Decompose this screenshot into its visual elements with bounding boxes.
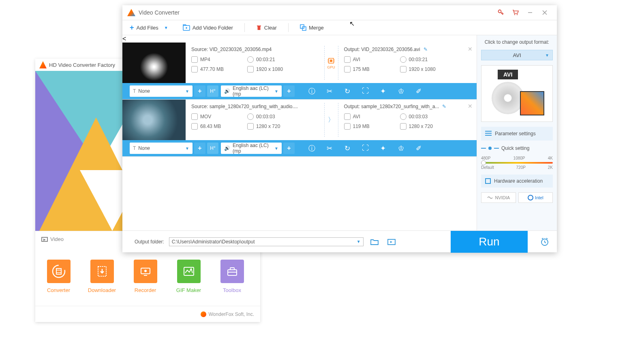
tick: 720P [516,165,526,170]
add-subtitle-button[interactable]: + [194,85,205,97]
tick: 4K [548,156,553,160]
slider-track[interactable] [481,162,553,164]
slider-thumb[interactable] [481,160,486,165]
parameter-settings-button[interactable]: Parameter settings [481,127,553,141]
sliders-icon [485,131,492,136]
hardsub-button[interactable]: H° [207,85,218,97]
add-files-label: Add Files [137,25,158,31]
rotate-button[interactable]: ↻ [338,83,356,99]
edit-button[interactable]: ✐ [410,140,428,156]
format-icon [344,113,351,120]
quick-label-text: Quick setting [501,145,529,151]
edit-button[interactable]: ✐ [410,83,428,99]
nvidia-chip[interactable]: NVIDIA [481,192,516,203]
output-format-label: Click to change output format: [481,39,553,45]
format-preview-button[interactable]: AVI [481,65,553,122]
source-filename: Source: VID_20230326_203056.mp4 [191,47,319,52]
schedule-button[interactable] [533,231,557,253]
run-button[interactable]: Run [451,231,528,253]
edit-output-button[interactable]: ✎ [424,47,428,52]
video-thumbnail[interactable] [122,100,186,140]
minimize-button[interactable] [523,7,537,18]
launcher-tab-video[interactable]: Video [50,236,64,242]
key-button[interactable] [494,7,508,18]
conversion-arrow: 〉 [324,100,338,140]
watermark-button[interactable]: ♔ [392,83,410,99]
tick: 2K [548,165,553,170]
output-folder-input[interactable]: C:\Users\Administrator\Desktop\output ▼ [169,237,364,246]
tile-gif-maker[interactable]: GIF Maker [169,253,208,300]
tile-downloader[interactable]: Downloader [83,253,121,300]
tile-converter[interactable]: Converter [39,253,78,300]
clock-icon [400,113,407,120]
tick: 1080P [513,156,525,160]
info-button[interactable]: ⓘ [303,140,321,156]
quality-slider[interactable]: 480P 1080P 4K Default 720P 2K [481,156,553,170]
avi-badge: AVI [498,70,518,79]
svg-point-13 [499,10,501,13]
output-info: Output: VID_20230326_203056.avi✎ AVI 00:… [338,43,477,83]
open-output-button[interactable] [385,237,398,247]
cart-button[interactable] [508,7,523,18]
launcher-footer: WonderFox Soft, Inc. [35,306,260,322]
crop-button[interactable]: ⛶ [356,83,374,99]
chevron-down-icon: ▼ [274,146,278,151]
watermark-button[interactable]: ♔ [392,140,410,156]
converter-icon [47,260,71,283]
video-thumbnail[interactable] [122,43,186,83]
chevron-down-icon: ▼ [357,239,361,244]
clear-button[interactable]: Clear [253,23,280,32]
merge-button[interactable]: Merge [297,23,327,32]
format-dropdown[interactable]: AVI ▼ [481,50,553,60]
tile-recorder[interactable]: Recorder [126,253,165,300]
audio-value: English aac (LC) (mp [233,143,274,154]
speaker-icon: 🔊 [224,145,230,151]
launcher-tiles: Converter Downloader Recorder GIF Maker … [35,247,260,300]
trim-button[interactable]: ✂ [321,83,338,99]
add-audio-button[interactable]: + [283,143,295,154]
rotate-button[interactable]: ↻ [338,140,356,156]
add-folder-button[interactable]: Add Video Folder [180,23,236,32]
open-folder-button[interactable] [368,237,381,247]
size-icon [191,123,198,130]
audio-select[interactable]: 🔊English aac (LC) (mp▼ [221,143,282,154]
add-subtitle-button[interactable]: + [194,143,205,154]
add-audio-button[interactable]: + [283,85,295,97]
output-path: C:\Users\Administrator\Desktop\output [172,239,255,245]
close-button[interactable] [537,7,552,18]
nvidia-icon [487,195,493,200]
info-button[interactable]: ⓘ [303,83,321,99]
titlebar[interactable]: Video Converter [122,5,557,20]
item-action-bar: TNone▼ + H° 🔊English aac (LC) (mp▼ + ⓘ ✂… [122,140,477,156]
output-filename: Output: sample_1280x720_surfing_with_a..… [344,104,439,109]
crop-button[interactable]: ⛶ [356,140,374,156]
subtitle-select[interactable]: TNone▼ [130,85,193,97]
remove-item-button[interactable]: ✕ [468,46,473,52]
tile-toolbox[interactable]: Toolbox [213,253,251,300]
effects-button[interactable]: ✦ [374,140,392,156]
nvidia-label: NVIDIA [495,195,510,200]
intel-chip[interactable]: Intel [518,192,553,203]
queue-list: < ✕ Source: VID_20230326_203056.mp4 MP4 … [122,35,477,230]
audio-select[interactable]: 🔊English aac (LC) (mp▼ [221,85,282,97]
merge-icon [300,24,306,31]
queue-item: ✕ Source: sample_1280x720_surfing_with_a… [122,100,477,157]
out-duration: 00:03:21 [409,57,428,62]
effects-button[interactable]: ✦ [374,83,392,99]
hardware-accel-button[interactable]: Hardware acceleration [481,175,553,188]
svg-rect-23 [330,60,332,62]
resolution-icon [247,123,254,130]
conversion-arrow: GPU [324,43,338,83]
remove-item-button[interactable]: ✕ [468,103,473,109]
trim-button[interactable]: ✂ [321,140,338,156]
svg-rect-18 [257,26,260,30]
tile-label: Converter [47,287,70,293]
src-format: MP4 [200,57,210,62]
subtitle-select[interactable]: TNone▼ [130,143,193,154]
clock-icon [400,56,407,63]
subtitle-value: None [138,88,150,94]
edit-output-button[interactable]: ✎ [442,104,446,109]
hardsub-button[interactable]: H° [207,143,218,154]
subtitle-icon: T [133,88,136,94]
add-files-button[interactable]: + Add Files ▼ [126,22,171,34]
